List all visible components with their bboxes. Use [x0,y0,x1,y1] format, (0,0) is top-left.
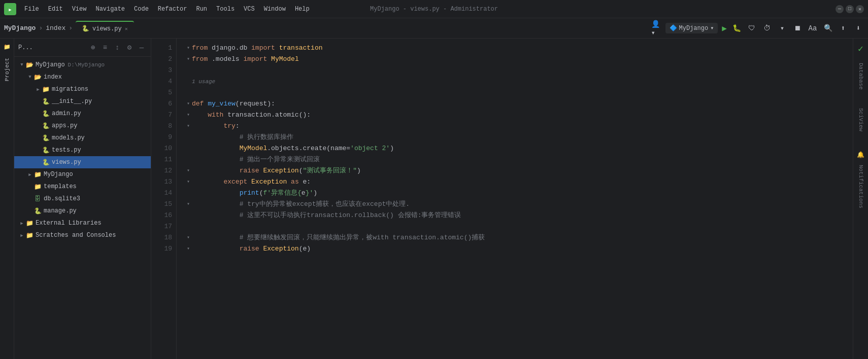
tab-views-py[interactable]: 🐍 views.py ✕ [76,21,134,35]
menu-help[interactable]: Help [291,4,314,15]
project-panel-label[interactable]: Project [4,54,10,85]
line-numbers: 12345678910111213141516171819 [151,39,177,359]
sciview-panel-label[interactable]: SciView [858,105,864,134]
editor-area: 12345678910111213141516171819 ▾from djan… [151,39,853,359]
right-toolbar: 👤▾ 🔷 MyDjango ▾ ▶ 🐛 🛡 ⏱ ▾ ⏹ Aa 🔍 ⬆ ⬇ [651,23,864,34]
breadcrumb-sep1: › [39,24,43,32]
menu-refactor[interactable]: Refactor [154,4,191,15]
code-line-11: ▾ raise Exception("测试事务回滚！") [185,165,853,176]
run-config-label: MyDjango [679,25,709,32]
run-config-arrow: ▾ [710,24,714,32]
code-line-10: # 抛出一个异常来测试回滚 [185,154,853,165]
code-line-6: ▾ with transaction.atomic(): [185,110,853,121]
tree-item-models.py[interactable]: 🐍models.py [14,132,151,144]
code-line-2: ▾from .models import MyModel [185,54,853,65]
tab-close-button[interactable]: ✕ [125,26,128,32]
panel-settings-button[interactable]: ⚙ [124,43,135,53]
left-sidebar: 📁 Project [0,39,14,359]
tree-item-index[interactable]: ▼📂index [14,71,151,83]
menu-navigate[interactable]: Navigate [91,4,129,15]
code-line-4 [185,87,853,98]
nav-bar: MyDjango › index › 🐍 views.py ✕ 👤▾ 🔷 MyD… [0,18,868,39]
tree-item-views.py[interactable]: 🐍views.py [14,156,151,168]
tab-icon: 🐍 [82,25,89,32]
code-line-3 [185,65,853,76]
code-line-7: ▾ try: [185,121,853,132]
title-bar: ▶ FileEditViewNavigateCodeRefactorRunToo… [0,0,868,18]
more-run-button[interactable]: ▾ [777,23,788,34]
panel-hide-button[interactable]: — [137,43,147,53]
panel-expand-button[interactable]: ↕ [112,43,122,53]
editor-content: 12345678910111213141516171819 ▾from djan… [151,39,853,359]
menu-code[interactable]: Code [130,4,153,15]
debug-button[interactable]: 🐛 [731,23,742,34]
tree-item-__init__.py[interactable]: 🐍__init__.py [14,95,151,107]
run-config-icon: 🔷 [670,24,677,32]
tree-item-mydjango[interactable]: ▶📁MyDjango [14,168,151,181]
tree-item-admin.py[interactable]: 🐍admin.py [14,107,151,120]
notifications-panel-label[interactable]: Notifications [858,162,864,211]
tree-item-tests.py[interactable]: 🐍tests.py [14,144,151,156]
project-breadcrumb[interactable]: MyDjango [4,24,36,32]
code-line-15: # 这里不可以手动执行transaction.rollback() 会报错:事务… [185,210,853,221]
coverage-button[interactable]: 🛡 [746,23,757,34]
panel-title: P... [18,44,86,51]
right-sidebar: ✓ Database SciView 🔔 Notifications [853,39,868,359]
update-button[interactable]: ⬆ [838,23,849,34]
app-icon: ▶ [4,3,16,15]
code-area[interactable]: ▾from django.db import transaction▾from … [177,39,853,359]
panel-locate-button[interactable]: ⊕ [88,43,98,53]
code-line-12: ▾ except Exception as e: [185,176,853,188]
run-button[interactable]: ▶ [722,23,727,33]
tree-item-external-libraries[interactable]: ▶📁External Libraries [14,217,151,229]
breadcrumb-index[interactable]: index [46,24,65,32]
file-tree: ▼📂MyDjangoD:\MyDjango▼📂index▶📁migrations… [14,57,151,359]
main-layout: 📁 Project P... ⊕ ≡ ↕ ⚙ — ▼📂MyDjangoD:\My… [0,39,868,359]
tree-item-scratches-and-consoles[interactable]: ▶📁Scratches and Consoles [14,229,151,241]
menu-run[interactable]: Run [192,4,211,15]
project-panel: P... ⊕ ≡ ↕ ⚙ — ▼📂MyDjangoD:\MyDjango▼📂in… [14,39,151,359]
title-center: MyDjango - views.py - Administrator [370,6,498,13]
tree-item-db.sqlite3[interactable]: 🗄db.sqlite3 [14,193,151,205]
panel-collapse-button[interactable]: ≡ [100,43,110,53]
search-button[interactable]: 🔍 [822,23,833,34]
database-panel-label[interactable]: Database [858,60,864,93]
minimize-button[interactable]: — [836,5,844,13]
code-line-8: # 执行数据库操作 [185,132,853,143]
user-icon[interactable]: 👤▾ [651,23,661,33]
code-line-13: print(f'异常信息{e}') [185,188,853,199]
tree-item-migrations[interactable]: ▶📁migrations [14,83,151,95]
tree-item-manage.py[interactable]: 🐍manage.py [14,205,151,217]
maximize-button[interactable]: □ [846,5,854,13]
close-button[interactable]: ✕ [856,5,864,13]
code-line-16 [185,221,853,232]
code-line-9: MyModel.objects.create(name='object 2') [185,143,853,154]
checkmark-icon: ✓ [855,43,867,55]
tab-label: views.py [92,25,122,32]
tree-item-apps.py[interactable]: 🐍apps.py [14,120,151,132]
code-line-18: ▾ raise Exception(e) [185,243,853,255]
menu-window[interactable]: Window [260,4,290,15]
usage-hint: 1 usage [185,76,853,87]
profile-button[interactable]: ⏱ [761,23,773,34]
code-line-1: ▾from django.db import transaction [185,43,853,54]
code-line-19 [185,255,853,266]
code-line-17: ▾ # 想要继续触发回滚，只能继续抛出异常，被with transaction.… [185,232,853,243]
window-controls: — □ ✕ [836,5,864,13]
tree-item-templates[interactable]: 📁templates [14,181,151,193]
stop-button[interactable]: ⏹ [792,23,803,34]
notification-icon[interactable]: 🔔 [855,149,867,161]
plugin-button[interactable]: ⬇ [853,23,864,34]
menu-edit[interactable]: Edit [44,4,67,15]
code-line-14: ▾ # try中的异常被except捕获，也应该在except中处理. [185,199,853,210]
tree-item-mydjango[interactable]: ▼📂MyDjangoD:\MyDjango [14,59,151,71]
menu-vcs[interactable]: VCS [240,4,259,15]
translate-button[interactable]: Aa [807,23,818,34]
new-file-icon[interactable]: 📁 [1,41,13,53]
svg-text:▶: ▶ [9,8,12,13]
run-config-selector[interactable]: 🔷 MyDjango ▾ [665,23,718,33]
menu-view[interactable]: View [68,4,91,15]
menu-tools[interactable]: Tools [212,4,239,15]
panel-header: P... ⊕ ≡ ↕ ⚙ — [14,39,151,57]
menu-file[interactable]: File [20,4,43,15]
